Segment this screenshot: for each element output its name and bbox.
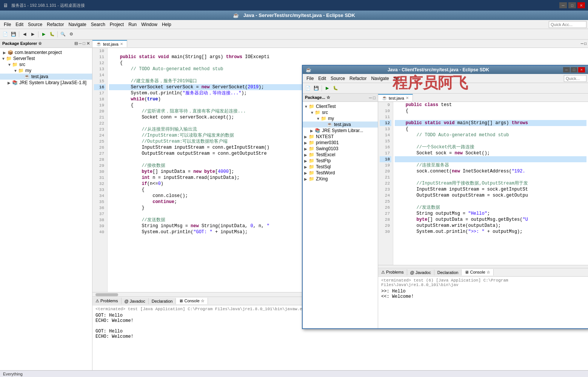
tree-item-src[interactable]: ▼ 📁 src bbox=[0, 62, 92, 68]
right-tree-clienttest[interactable]: ▼ 📁 ClientTest bbox=[303, 103, 378, 109]
right-tree-swing[interactable]: ▶ 📁 Swing0103 bbox=[303, 146, 378, 152]
right-tree-src[interactable]: ▼ 📁 src bbox=[303, 109, 378, 115]
right-debug-button[interactable]: 🐛 bbox=[332, 85, 339, 92]
right-tree-nxtest[interactable]: ▶ 📁 NXTEST bbox=[303, 134, 378, 140]
right-editor-tabs: ☕ test.java ✕ bbox=[378, 94, 588, 102]
right-ln-12: 12 bbox=[380, 120, 391, 126]
right-ln-27: 27 bbox=[380, 211, 391, 217]
tree-item-my[interactable]: ▼ 📁 my bbox=[0, 68, 92, 74]
menu-help[interactable]: Help bbox=[160, 21, 174, 28]
right-declaration-tab[interactable]: Declaration bbox=[434, 269, 462, 275]
menu-window[interactable]: Window bbox=[139, 21, 160, 28]
right-tree-zxing[interactable]: ▶ 📁 ZXing bbox=[303, 176, 378, 182]
debug-button[interactable]: 🐛 bbox=[48, 31, 56, 38]
right-javadoc-tab[interactable]: @ Javadoc bbox=[407, 269, 434, 275]
right-menu-edit[interactable]: Edit bbox=[316, 75, 328, 82]
right-tab-label: test.java bbox=[389, 96, 404, 100]
right-maximize-button[interactable]: □ bbox=[571, 67, 577, 72]
tree-arrow: ▶ bbox=[304, 159, 309, 163]
editor-tab-testjava[interactable]: ☕ test.java ✕ bbox=[92, 40, 127, 47]
right-new-button[interactable]: 📄 bbox=[304, 85, 312, 92]
right-code-editor[interactable]: 9 10 11 12 13 14 15 16 17 18 19 20 21 22 bbox=[378, 102, 588, 265]
tree-label: test.java bbox=[334, 122, 351, 127]
right-code-lines[interactable]: public class test { public static void m… bbox=[393, 102, 588, 265]
menu-run[interactable]: Run bbox=[126, 21, 139, 28]
maximize-editor-icon[interactable]: □ bbox=[584, 42, 586, 46]
right-editor-tab[interactable]: ☕ test.java ✕ bbox=[378, 94, 413, 101]
right-tab-close-icon[interactable]: ✕ bbox=[406, 96, 409, 100]
right-run-button[interactable]: ▶ bbox=[323, 85, 331, 92]
tree-label: src bbox=[322, 110, 328, 115]
right-menu-source[interactable]: Source bbox=[328, 75, 347, 82]
line-num-25: 25 bbox=[94, 138, 106, 145]
right-problems-tab[interactable]: ⚠ Problems bbox=[378, 269, 407, 275]
menu-navigate[interactable]: Navigate bbox=[66, 21, 88, 28]
maximize-button[interactable]: □ bbox=[568, 2, 576, 8]
minimize-editor-icon[interactable]: ─ bbox=[581, 42, 583, 46]
menu-file[interactable]: File bbox=[2, 21, 13, 28]
forward-button[interactable]: ▶ bbox=[29, 31, 37, 38]
right-maximize-panel-icon[interactable]: □ bbox=[373, 95, 376, 100]
right-tree-word[interactable]: ▶ 📁 TestWord bbox=[303, 170, 378, 176]
right-cl-23: InputStream inputStream = sock.getInputS… bbox=[395, 186, 586, 192]
collapse-icon[interactable]: ⊟ bbox=[74, 41, 78, 46]
right-win-controls: ─ □ ✕ bbox=[563, 67, 585, 72]
right-tree-primer[interactable]: ▶ 📁 primer0301 bbox=[303, 140, 378, 146]
refactor-btn[interactable]: ⚙ bbox=[68, 31, 75, 38]
tree-label: TestWord bbox=[316, 170, 335, 175]
console-tab[interactable]: 🖥 Console ☆ bbox=[176, 298, 208, 304]
right-console-tab[interactable]: 🖥 Console ☆ bbox=[462, 269, 493, 275]
right-menu-file[interactable]: File bbox=[304, 75, 316, 82]
right-minimize-button[interactable]: ─ bbox=[563, 67, 570, 72]
close-button[interactable]: ✕ bbox=[577, 2, 585, 8]
right-tree-testjava[interactable]: ☕ test.java bbox=[303, 122, 378, 128]
line-num-19: 19 bbox=[94, 102, 106, 108]
tree-label: my bbox=[328, 116, 334, 121]
line-num-31: 31 bbox=[94, 175, 106, 181]
tree-item-servertest[interactable]: ▼ 📁 ServerTest bbox=[0, 55, 92, 62]
menu-refactor[interactable]: Refactor bbox=[45, 21, 66, 28]
back-button[interactable]: ◀ bbox=[21, 31, 28, 38]
search-toolbar-btn[interactable]: 🔍 bbox=[59, 31, 67, 38]
menu-search[interactable]: Search bbox=[89, 21, 108, 28]
close-panel-icon[interactable]: ✕ bbox=[86, 41, 90, 46]
menu-project[interactable]: Project bbox=[108, 21, 126, 28]
right-minimize-panel-icon[interactable]: ─ bbox=[369, 95, 372, 100]
tree-item-testjava[interactable]: ☕ test.java bbox=[0, 74, 92, 80]
hscroll-thumb[interactable] bbox=[95, 293, 118, 296]
tree-item-teamcenter[interactable]: ▶ 📦 com.teamcenter.project bbox=[0, 49, 92, 55]
tree-item-jre[interactable]: ▶ 📚 JRE System Library [JavaSE-1.8] bbox=[0, 80, 92, 86]
right-ln-28: 28 bbox=[380, 217, 391, 223]
right-quick-access-input[interactable] bbox=[564, 75, 586, 82]
minimize-button[interactable]: ─ bbox=[559, 2, 567, 8]
toolbar-separator-2 bbox=[38, 31, 38, 37]
right-save-button[interactable]: 💾 bbox=[312, 85, 320, 92]
right-tree-my[interactable]: ▼ 📁 my bbox=[303, 115, 378, 122]
minimize-panel-icon[interactable]: ─ bbox=[79, 41, 82, 46]
tree-label: com.teamcenter.project bbox=[15, 50, 62, 55]
right-tree-jre[interactable]: ▶ 📚 JRE System Librar... bbox=[303, 128, 378, 134]
declaration-tab[interactable]: Declaration bbox=[149, 298, 176, 304]
save-button[interactable]: 💾 bbox=[10, 31, 17, 38]
right-close-button[interactable]: ✕ bbox=[578, 67, 585, 72]
right-menu-navigate[interactable]: Navigate bbox=[369, 75, 391, 82]
run-button[interactable]: ▶ bbox=[40, 31, 48, 38]
menu-source[interactable]: Source bbox=[26, 21, 45, 28]
right-menu-refactor[interactable]: Refactor bbox=[347, 75, 369, 82]
line-num-39: 39 bbox=[94, 223, 106, 229]
right-cl-26: //发送数据 bbox=[395, 205, 586, 211]
right-tree-ftp[interactable]: ▶ 📁 TestFtp bbox=[303, 158, 378, 164]
menu-edit[interactable]: Edit bbox=[13, 21, 26, 28]
tree-arrow: ▶ bbox=[304, 171, 309, 175]
right-hscroll[interactable] bbox=[378, 265, 588, 268]
right-tree-sql[interactable]: ▶ 📁 TestSql bbox=[303, 164, 378, 170]
maximize-panel-icon[interactable]: □ bbox=[83, 41, 85, 46]
right-eclipse-title-text: Java - ClientTest/src/my/test.java - Ecl… bbox=[314, 67, 563, 72]
quick-access-input[interactable] bbox=[549, 21, 586, 28]
tab-close-icon[interactable]: ✕ bbox=[120, 42, 123, 46]
problems-tab[interactable]: ⚠ Problems bbox=[92, 298, 122, 304]
tree-arrow: ▼ bbox=[304, 105, 309, 109]
new-button[interactable]: 📄 bbox=[2, 31, 9, 38]
javadoc-tab[interactable]: @ Javadoc bbox=[122, 298, 149, 304]
right-tree-excel[interactable]: ▶ 📁 TestExcel bbox=[303, 152, 378, 158]
